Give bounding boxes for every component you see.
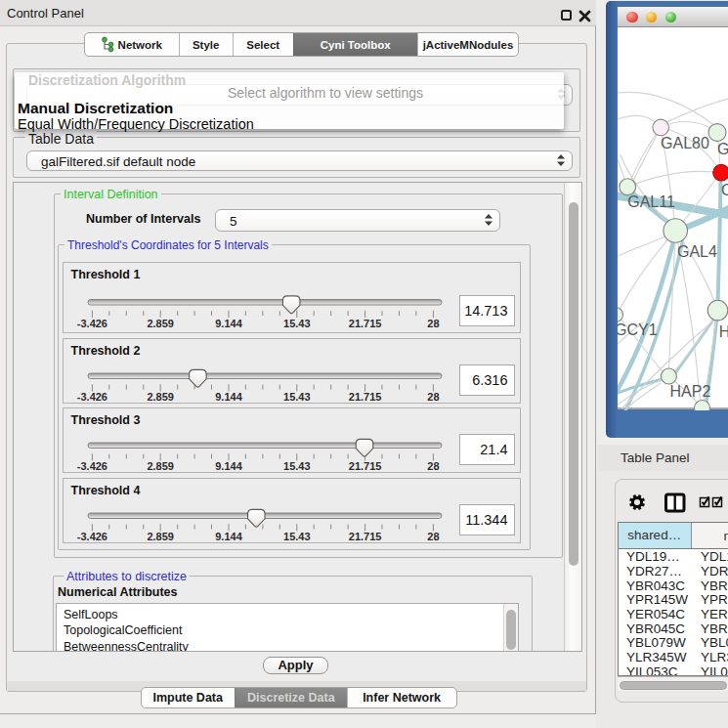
svg-text:28: 28: [427, 391, 439, 403]
svg-text:21.715: 21.715: [348, 531, 381, 542]
svg-text:9.144: 9.144: [215, 391, 242, 403]
svg-text:9.144: 9.144: [215, 318, 242, 329]
svg-text:2.859: 2.859: [147, 531, 174, 542]
svg-text:28: 28: [427, 318, 439, 329]
svg-text:15.43: 15.43: [283, 531, 311, 542]
svg-text:GA: GA: [717, 141, 728, 157]
svg-text:HA: HA: [718, 323, 728, 340]
svg-text:9.144: 9.144: [215, 531, 242, 542]
svg-text:21.715: 21.715: [348, 318, 381, 329]
svg-text:-3.426: -3.426: [76, 531, 107, 542]
svg-text:2.859: 2.859: [147, 318, 174, 329]
svg-text:2.859: 2.859: [147, 460, 174, 472]
svg-text:GAL80: GAL80: [661, 135, 709, 151]
svg-text:-3.426: -3.426: [76, 460, 107, 472]
svg-text:HAP2: HAP2: [669, 383, 710, 400]
svg-text:CY: CY: [721, 182, 728, 198]
svg-text:-3.426: -3.426: [76, 391, 107, 403]
svg-text:28: 28: [427, 531, 439, 542]
svg-text:GAL4: GAL4: [677, 243, 717, 260]
svg-text:9.144: 9.144: [215, 460, 242, 472]
svg-text:15.43: 15.43: [283, 391, 311, 403]
svg-text:28: 28: [427, 460, 439, 472]
svg-text:21.715: 21.715: [348, 391, 381, 403]
svg-text:15.43: 15.43: [283, 318, 311, 329]
svg-text:GAL11: GAL11: [627, 193, 675, 210]
svg-text:2.859: 2.859: [147, 391, 174, 403]
svg-text:21.715: 21.715: [348, 460, 381, 472]
svg-text:-3.426: -3.426: [76, 318, 107, 329]
svg-text:15.43: 15.43: [283, 460, 311, 472]
svg-text:GCY1: GCY1: [618, 321, 658, 338]
